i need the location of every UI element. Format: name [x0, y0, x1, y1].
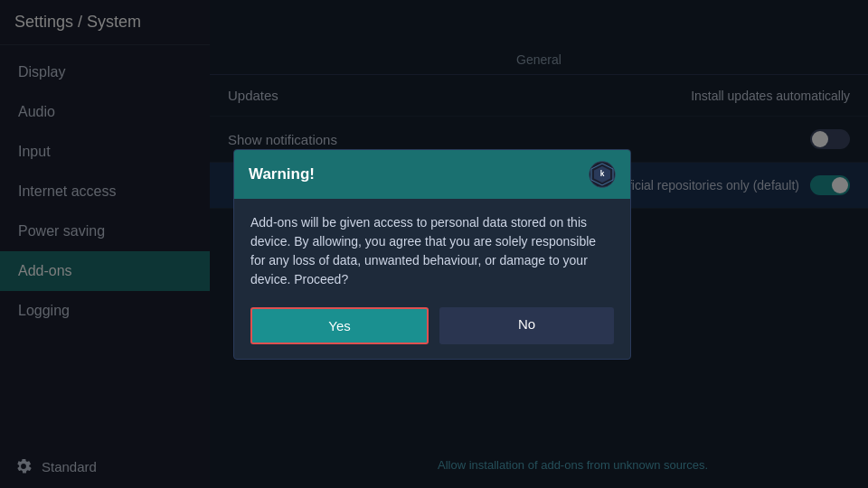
svg-text:k: k: [600, 169, 605, 178]
yes-button[interactable]: Yes: [250, 307, 429, 344]
kodi-logo-icon: k: [589, 161, 616, 188]
dialog-body: Add-ons will be given access to personal…: [234, 199, 630, 307]
dialog-header: Warning! k: [234, 150, 630, 199]
dialog-title: Warning!: [249, 165, 315, 183]
warning-dialog: Warning! k Add-ons will be given access …: [233, 149, 631, 360]
no-button[interactable]: No: [439, 307, 614, 344]
dialog-buttons: Yes No: [234, 307, 630, 359]
